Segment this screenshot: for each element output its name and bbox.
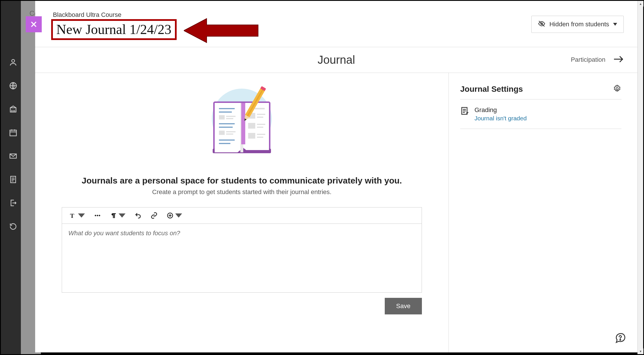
link-button[interactable] xyxy=(146,210,162,221)
nav-calendar-icon xyxy=(9,128,17,138)
svg-marker-45 xyxy=(78,214,85,218)
nav-profile-icon xyxy=(9,58,17,68)
nav-icons-stack xyxy=(9,58,17,232)
panel-header: Blackboard Ultra Course New Journal 1/24… xyxy=(35,1,637,47)
grading-status-link[interactable]: Journal isn't graded xyxy=(474,115,527,122)
paragraph-format-button[interactable] xyxy=(105,210,130,221)
grading-label: Grading xyxy=(474,106,527,114)
svg-marker-53 xyxy=(175,214,182,218)
svg-point-54 xyxy=(616,87,618,90)
nav-institution-icon xyxy=(9,105,17,115)
visibility-label: Hidden from students xyxy=(549,21,609,28)
more-options-button[interactable] xyxy=(89,210,105,221)
main-headline: Journals are a personal space for studen… xyxy=(82,176,402,186)
undo-button[interactable] xyxy=(130,210,146,221)
grading-icon xyxy=(460,106,469,122)
sub-header: Journal Participation xyxy=(35,47,637,73)
svg-rect-15 xyxy=(241,103,245,144)
rte-toolbar: T xyxy=(62,208,422,224)
settings-gear-button[interactable] xyxy=(613,84,621,94)
course-name: Blackboard Ultra Course xyxy=(53,11,177,19)
main-subtext: Create a prompt to get students started … xyxy=(152,188,331,196)
nav-globe-icon xyxy=(9,81,17,91)
settings-title: Journal Settings xyxy=(460,85,523,94)
scroll-down-icon[interactable]: ▾ xyxy=(638,348,643,354)
text-style-button[interactable]: T xyxy=(65,210,89,221)
svg-point-59 xyxy=(620,340,621,340)
settings-sidebar: Journal Settings Grading Journal isn't g… xyxy=(449,73,637,352)
window-scrollbar[interactable]: ▴ ▾ xyxy=(637,1,643,354)
svg-rect-3 xyxy=(10,130,17,136)
journal-title-input[interactable]: New Journal 1/24/23 xyxy=(51,19,177,40)
svg-marker-49 xyxy=(119,214,125,218)
svg-point-47 xyxy=(97,215,98,216)
nav-document-icon xyxy=(9,175,17,185)
save-button[interactable]: Save xyxy=(385,298,422,314)
svg-rect-19 xyxy=(219,115,225,119)
participation-link[interactable]: Participation xyxy=(571,56,605,63)
svg-marker-9 xyxy=(613,23,617,26)
journal-panel: Blackboard Ultra Course New Journal 1/24… xyxy=(35,1,637,352)
add-content-button[interactable] xyxy=(162,210,187,221)
main-column: Journals are a personal space for studen… xyxy=(35,73,449,352)
scroll-up-icon[interactable]: ▴ xyxy=(638,1,643,7)
svg-rect-33 xyxy=(248,123,255,129)
rte-textarea[interactable]: What do you want students to focus on? xyxy=(62,224,422,292)
eye-off-icon xyxy=(538,20,545,29)
visibility-dropdown[interactable]: Hidden from students xyxy=(531,16,624,33)
nav-signout-icon xyxy=(9,199,17,208)
help-button[interactable] xyxy=(615,332,626,344)
journal-illustration xyxy=(199,84,285,164)
chevron-down-icon xyxy=(613,22,617,27)
rich-text-editor: T xyxy=(62,207,422,293)
svg-rect-24 xyxy=(219,131,225,135)
nav-mail-icon xyxy=(9,152,17,161)
nav-refresh-icon xyxy=(9,222,17,232)
svg-text:T: T xyxy=(70,212,74,219)
section-title: Journal xyxy=(318,53,355,66)
svg-point-46 xyxy=(95,215,96,216)
svg-point-0 xyxy=(12,59,15,62)
grading-setting-item[interactable]: Grading Journal isn't graded xyxy=(460,99,621,129)
svg-rect-36 xyxy=(248,133,255,139)
close-button[interactable] xyxy=(26,16,42,32)
svg-point-48 xyxy=(99,215,100,216)
close-icon xyxy=(30,20,38,28)
arrow-right-icon[interactable] xyxy=(614,55,624,64)
